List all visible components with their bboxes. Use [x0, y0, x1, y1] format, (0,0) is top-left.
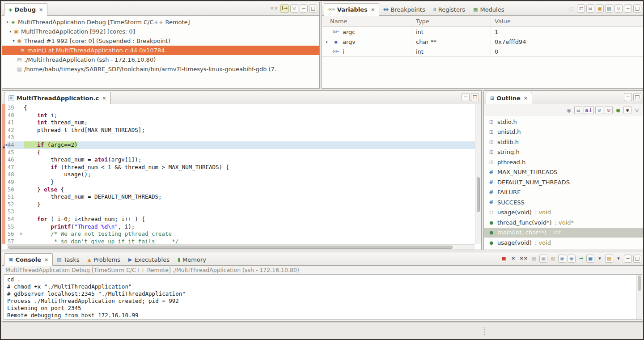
outline-item[interactable]: ●usage(void) : void [484, 238, 644, 248]
line-number[interactable]: 57 [7, 238, 18, 244]
code-line[interactable]: 47 if (thread_num < 1 && thread_num > MA… [7, 164, 475, 171]
code-line[interactable]: 41 int thread_num; [7, 119, 475, 127]
line-number[interactable]: 51 [7, 193, 18, 201]
tab-editor-file[interactable]: c MultiThreadApplication.c × [4, 92, 111, 104]
scroll-lock-icon[interactable]: ◉ [558, 255, 566, 263]
code-line[interactable]: 49 } [7, 178, 475, 186]
show-logical-structure-icon[interactable]: ⇄ [577, 4, 585, 13]
fold-icon[interactable]: ⊖ [18, 230, 24, 238]
column-name[interactable]: Name [322, 16, 412, 26]
minimize-icon[interactable]: ─ [300, 4, 308, 13]
code-line[interactable]: 52 } [7, 201, 475, 208]
debug-tree-row[interactable]: ▤/home/babu/timesys/SABRE_SDP/toolchain/… [2, 64, 319, 74]
console-output[interactable]: cd .# chmod +x "./MultiThreadApplication… [4, 274, 642, 320]
tab-registers[interactable]: ‖‖Registers [429, 3, 469, 16]
line-number[interactable]: 48 [7, 171, 18, 178]
outline-item[interactable]: ◫pthread.h [484, 157, 644, 167]
editor-vertical-scrollbar[interactable] [475, 104, 481, 244]
scrollbar-thumb[interactable] [638, 276, 641, 291]
close-icon[interactable]: × [44, 257, 48, 263]
tab-tasks[interactable]: ▨Tasks [53, 253, 83, 266]
line-number[interactable]: 44 [7, 141, 18, 149]
collapse-all-icon[interactable]: ⊟ [574, 106, 582, 114]
open-console-menu-icon[interactable]: ▾ [596, 255, 604, 263]
code-line[interactable]: 44 if (argc==2) [7, 141, 475, 149]
code-line[interactable]: 54 for ( i=0; i<thread_num; i++ ) { [7, 216, 475, 223]
variable-row[interactable]: (x)=iint0 [322, 47, 644, 56]
scrollbar-thumb[interactable] [8, 246, 453, 249]
breakpoint-icon[interactable]: ● [3, 145, 5, 149]
line-number[interactable]: 47 [7, 164, 18, 171]
code-line[interactable]: 55 printf("Thread %d\n", i); [7, 223, 475, 231]
tab-breakpoints[interactable]: ●●Breakpoints [379, 3, 429, 16]
tab-debug[interactable]: ◈ Debug × [4, 3, 47, 16]
minimize-icon[interactable]: ─ [624, 255, 632, 263]
hide-static-members-icon[interactable]: ⊘ [605, 106, 613, 114]
outline-item[interactable]: ◫unistd.h [484, 127, 644, 137]
remove-all-terminated-icon[interactable]: ×× [269, 4, 279, 13]
view-menu-icon[interactable]: ▽ [290, 4, 298, 13]
tab-outline[interactable]: ⊞ Outline × [486, 92, 532, 104]
debug-tree-row[interactable]: ▾▣MultiThreadApplication [992] [cores: 0… [2, 27, 319, 36]
outline-item[interactable]: ◫stdio.h [484, 117, 644, 127]
tab-console[interactable]: ▣Console× [4, 253, 53, 266]
line-number[interactable]: 41 [7, 119, 18, 127]
code-line[interactable]: 43 [7, 134, 475, 141]
view-menu-icon[interactable]: ▽ [633, 106, 641, 114]
line-number[interactable]: 56 [7, 230, 18, 238]
code-line[interactable]: 48 usage(); [7, 171, 475, 178]
maximize-icon[interactable]: □ [471, 93, 479, 101]
line-number[interactable]: 50 [7, 186, 18, 194]
line-number[interactable]: 53 [7, 208, 18, 216]
code-line[interactable]: 40 int i; [7, 112, 475, 119]
debug-tree-row[interactable]: ▤./MultiThreadApplication (ssh - 172.16.… [2, 55, 319, 64]
outline-item[interactable]: #SUCCESS [484, 197, 644, 208]
debug-launch-tree[interactable]: ▾◈MultiThreadApplication Debug [TimeStor… [2, 16, 319, 88]
remove-all-launches-icon[interactable]: ×× [519, 255, 529, 263]
code-line[interactable]: 46 thread_num = atoi(argv[1]); [7, 156, 475, 164]
code-line[interactable]: 51 thread_num = DEFAULT_NUM_THREADS; [7, 193, 475, 201]
line-number[interactable]: 55 [7, 223, 18, 231]
word-wrap-icon[interactable]: ◉ [568, 255, 576, 263]
tab-executables[interactable]: ▶Executables [124, 253, 174, 266]
view-menu-icon[interactable]: ▽ [614, 4, 623, 13]
debug-tree-row[interactable]: ≡main() at MultiThreadApplication.c:44 0… [2, 46, 319, 55]
column-type[interactable]: Type [412, 16, 491, 26]
variable-row[interactable]: ▸◆argvchar **0x7efffd94 [322, 37, 644, 47]
tab-modules[interactable]: ▦Modules [469, 3, 508, 16]
line-number[interactable]: 42 [7, 127, 18, 134]
maximize-icon[interactable]: □ [633, 93, 641, 101]
clear-console-icon[interactable]: ▤ [530, 255, 538, 263]
maximize-icon[interactable]: □ [633, 255, 641, 263]
open-console-icon[interactable]: ▣ [586, 255, 594, 263]
code-line[interactable]: 42 pthread_t thrd[MAX_NUM_THREADS]; [7, 127, 475, 134]
sort-icon[interactable]: a↓ [584, 106, 594, 114]
outline-list[interactable]: ◫stdio.h◫unistd.h◫stdlib.h◫string.h◫pthr… [484, 116, 644, 250]
line-number[interactable]: 54 [7, 216, 18, 223]
console-vertical-scrollbar[interactable] [636, 275, 642, 319]
outline-item[interactable]: ●main(int, char**) : int [484, 228, 644, 238]
line-number[interactable]: 49 [7, 178, 18, 186]
display-selected-console-icon[interactable]: → [577, 255, 585, 263]
debug-tree-row[interactable]: ▾◉Thread #1 992 [core: 0] (Suspended : B… [2, 36, 319, 46]
minimize-icon[interactable]: ─ [462, 93, 470, 101]
code-line[interactable]: 50 } else { [7, 186, 475, 194]
column-value[interactable]: Value [491, 16, 644, 26]
minimize-icon[interactable]: ─ [624, 4, 632, 13]
new-console-view-icon[interactable]: ▤ [605, 255, 613, 263]
line-number[interactable]: 52 [7, 201, 18, 208]
line-number[interactable]: 43 [7, 134, 18, 141]
outline-item[interactable]: #FAILURE [484, 187, 644, 198]
hide-fields-icon[interactable]: ⊘ [595, 106, 603, 114]
editor-body[interactable]: → ● 39{40 int i;41 int thread_num;42 pth… [2, 104, 481, 250]
tab-problems[interactable]: ▲Problems [84, 253, 124, 266]
open-log-icon[interactable]: ▤ [549, 255, 557, 263]
editor-horizontal-scrollbar[interactable] [7, 244, 475, 250]
outline-item[interactable]: ●thread_func(void*) : void* [484, 217, 644, 228]
code-line[interactable]: 57 * so don't give up if it fails */ [7, 238, 475, 244]
outline-item[interactable]: #MAX_NUM_THREADS [484, 167, 644, 178]
maximize-icon[interactable]: □ [309, 4, 317, 13]
close-icon[interactable]: × [39, 7, 43, 13]
code-area[interactable]: 39{40 int i;41 int thread_num;42 pthread… [7, 104, 475, 244]
outline-item[interactable]: ◫stdlib.h [484, 137, 644, 147]
